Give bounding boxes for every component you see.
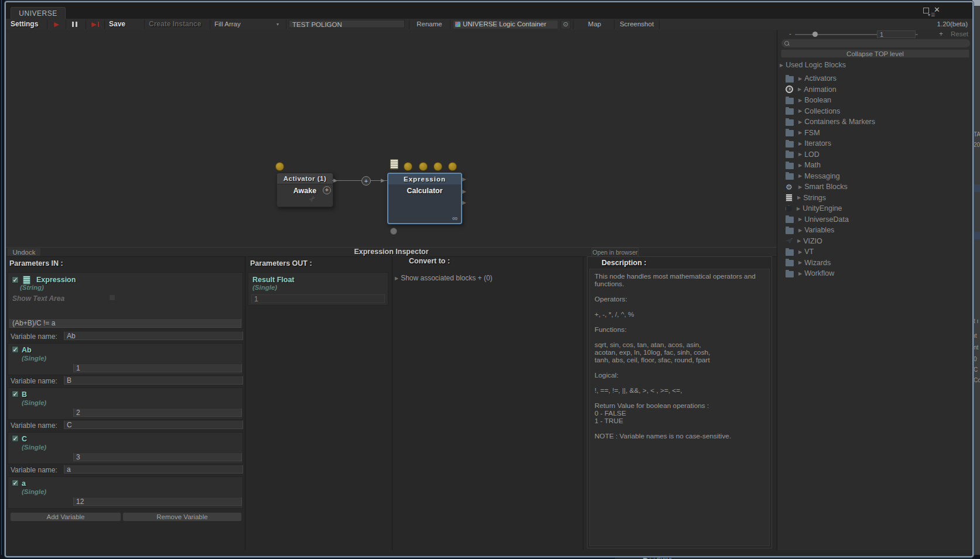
bg-fragment: 0 [974,356,977,362]
category-label: Math [804,161,821,169]
output-port-icon[interactable]: ▶ [462,200,466,205]
document-icon [786,194,793,202]
note-icon[interactable] [390,159,398,169]
connection-wire[interactable] [332,180,387,181]
sidebar-item-boolean[interactable]: ▶Boolean [777,95,972,106]
logic-blocks-sidebar: - 1 + Reset Collapse TOP level ▶Used Log… [777,30,972,550]
output-port-icon[interactable]: ▶ [462,189,466,194]
show-text-area-checkbox[interactable] [109,294,115,301]
show-associated-blocks-row[interactable]: ▶Show associated blocks + (0) [395,274,493,282]
sidebar-item-wizards[interactable]: ▶Wizards [777,258,972,269]
variable-name-input[interactable] [64,420,243,429]
wire-add-icon[interactable]: + [361,176,371,186]
variable-checkbox[interactable] [12,346,19,353]
zoom-slider-thumb[interactable] [812,32,818,37]
save-button[interactable]: Save [109,19,125,30]
breakpoint-disc[interactable] [433,162,442,171]
undock-button[interactable]: Undock [7,248,41,256]
map-button[interactable]: Map [577,19,612,30]
folder-icon [786,108,794,115]
variable-value-input[interactable] [73,452,242,461]
scissors-icon[interactable]: ✂ [307,193,317,204]
zoom-in-button[interactable]: + [939,30,943,38]
rename-button[interactable]: Rename [412,19,446,30]
variable-box: Ab (Single) [8,343,243,375]
zoom-value-field[interactable]: 1 [877,30,916,38]
step-icon[interactable]: ▶ [91,20,96,28]
variable-value-input[interactable] [73,408,242,417]
screenshot-button[interactable]: Screenshot [616,19,657,30]
sidebar-item-vt[interactable]: ▶VT [777,246,972,258]
variable-name-input[interactable] [64,331,243,340]
expression-inspector-panel: Expression Inspector Undock Parameters I… [6,247,777,550]
zoom-reset-button[interactable]: Reset [951,30,968,37]
node-graph-canvas[interactable]: Activator (1) Awake + ✂ ▶ + ▶ Expression… [6,30,777,247]
node-expression[interactable]: Expression Calculator ∞ [387,173,462,224]
chevron-right-icon: ▶ [797,238,801,244]
sidebar-item-universedata[interactable]: ▶UniverseData [777,214,972,225]
category-label: Activators [804,74,836,83]
add-event-icon[interactable]: + [323,186,331,194]
tab-universe[interactable]: UNIVERSE [11,7,66,19]
expression-input[interactable] [9,318,241,328]
chevron-right-icon: ▶ [395,276,398,281]
sidebar-item-unityengine[interactable]: ▶UnityEngine [777,203,972,214]
sidebar-item-fsm[interactable]: ▶FSM [777,128,972,139]
expression-checkbox[interactable] [12,276,19,283]
window-tabbar: UNIVERSE ✕ ▾☰ [6,2,972,19]
step-icon-bar [98,22,99,27]
sidebar-item-variables[interactable]: ▶Variables [777,225,972,236]
chevron-right-icon: ▶ [798,87,801,92]
sidebar-item-activators[interactable]: ▶Activators [777,73,972,84]
variable-name-input[interactable] [64,465,243,474]
collapse-top-level-button[interactable]: Collapse TOP level [781,49,969,58]
variable-value-input[interactable] [73,497,242,506]
sidebar-item-iterators[interactable]: ▶Iterators [777,138,972,149]
breakpoint-disc[interactable] [419,162,428,171]
open-in-browser-tab[interactable]: Open in browser [592,248,638,256]
breakpoint-disc[interactable] [448,162,457,171]
sidebar-item-containers-markers[interactable]: ▶Containers & Markers [777,116,972,128]
sidebar-item-used-logic-blocks[interactable]: ▶Used Logic Blocks [780,61,846,69]
node-activator[interactable]: Activator (1) Awake + ✂ [276,173,333,207]
category-label: Variables [804,226,834,234]
breakpoint-disc[interactable] [404,162,412,171]
variable-checkbox[interactable] [12,435,19,442]
sidebar-item-math[interactable]: ▶Math [777,160,972,171]
sidebar-item-animation[interactable]: ▶Animation [777,84,972,95]
sidebar-item-vizio[interactable]: ▶VIZIO [777,236,972,247]
play-icon[interactable]: ▶ [54,20,59,28]
window-menu-icon[interactable]: ▾☰ [928,12,935,18]
category-label: Containers & Markers [804,118,875,126]
variable-name: a [22,479,26,488]
sidebar-item-strings[interactable]: ▶Strings [777,193,972,204]
container-name-input[interactable]: TEST POLIGON [289,20,405,28]
sidebar-item-lod[interactable]: ▶LOD [777,149,972,160]
breakpoint-disc[interactable] [275,162,284,171]
remove-variable-button[interactable]: Remove Variable [122,512,242,522]
sidebar-item-collections[interactable]: ▶Collections [777,106,972,117]
node-bottom-disc[interactable] [390,228,397,235]
add-variable-button[interactable]: Add Variable [10,512,121,522]
settings-button[interactable]: Settings [11,19,38,30]
search-input[interactable] [781,39,971,48]
sidebar-item-smart-blocks[interactable]: ⚙▶Smart Blocks [777,181,972,193]
logic-container-object-field[interactable]: UNIVERSE Logic Container [453,20,558,29]
folder-icon [786,271,794,277]
variable-value-input[interactable] [73,363,242,372]
inspector-title: Expression Inspector [6,248,777,256]
variable-checkbox[interactable] [12,479,19,486]
variable-name: Ab [22,346,32,354]
pause-icon[interactable] [72,22,74,27]
category-label: VIZIO [803,237,822,245]
zoom-out-button[interactable]: - [789,30,791,38]
sidebar-item-messaging[interactable]: ▶Messaging [777,171,972,182]
output-port-icon[interactable]: ▶ [462,177,466,182]
fill-array-dropdown[interactable]: Fill Array [214,19,241,30]
variable-name-input[interactable] [64,376,243,385]
pause-icon[interactable] [76,22,77,27]
target-picker-icon[interactable]: ⊙ [561,20,571,29]
category-label: Collections [804,107,840,115]
sidebar-item-workflow[interactable]: ▶Workflow [777,268,972,279]
variable-checkbox[interactable] [12,390,19,397]
